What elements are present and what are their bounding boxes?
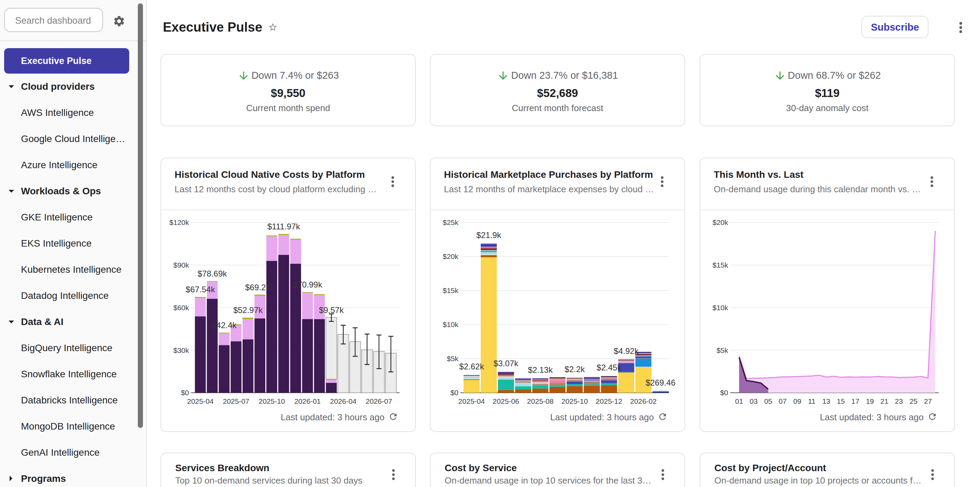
svg-text:11: 11 (808, 397, 815, 405)
svg-text:$5k: $5k (447, 354, 458, 362)
svg-text:$70.99k: $70.99k (293, 280, 322, 289)
svg-text:19: 19 (866, 397, 874, 405)
svg-text:17: 17 (851, 397, 859, 405)
svg-text:On-demand usage during this ca: On-demand usage during this calendar mon… (714, 184, 921, 194)
svg-text:$20k: $20k (442, 252, 458, 260)
svg-text:$10k: $10k (712, 304, 728, 311)
svg-text:Last updated: 3 hours ago: Last updated: 3 hours ago (281, 412, 385, 422)
svg-text:09: 09 (794, 397, 801, 405)
svg-text:$30k: $30k (173, 346, 189, 354)
svg-text:$269.46: $269.46 (646, 378, 676, 387)
svg-text:13: 13 (822, 397, 830, 405)
svg-text:$10k: $10k (442, 321, 458, 329)
svg-text:Historical Cloud Native Costs: Historical Cloud Native Costs by Platfor… (175, 169, 365, 180)
svg-text:$67.54k: $67.54k (186, 285, 215, 294)
svg-text:Last updated: 3 hours ago: Last updated: 3 hours ago (820, 412, 924, 422)
svg-text:$120k: $120k (169, 219, 189, 226)
svg-text:2025-12: 2025-12 (596, 397, 622, 405)
svg-text:2025-07: 2025-07 (223, 397, 249, 405)
svg-text:$2.62k: $2.62k (459, 362, 484, 371)
svg-text:Last updated: 3 hours ago: Last updated: 3 hours ago (550, 412, 654, 422)
svg-text:$5k: $5k (716, 346, 728, 354)
svg-text:$111.97k: $111.97k (267, 222, 300, 231)
svg-text:$25k: $25k (442, 219, 458, 226)
svg-text:$20k: $20k (712, 219, 728, 226)
svg-text:$3.07k: $3.07k (493, 359, 519, 368)
svg-text:2025-04: 2025-04 (458, 397, 485, 405)
svg-text:$60k: $60k (173, 304, 189, 311)
svg-text:$42.4k: $42.4k (212, 321, 237, 330)
svg-text:$15k: $15k (442, 286, 458, 294)
svg-text:$90k: $90k (173, 261, 189, 269)
svg-text:23: 23 (895, 397, 903, 405)
svg-text:21: 21 (880, 397, 888, 405)
svg-text:Last 12 months cost by cloud p: Last 12 months cost by cloud platform ex… (175, 184, 377, 194)
svg-text:$2.13k: $2.13k (528, 365, 553, 375)
svg-text:$52.97k: $52.97k (233, 305, 263, 315)
svg-text:$4.92k: $4.92k (614, 346, 639, 356)
svg-text:2026-02: 2026-02 (630, 397, 657, 405)
svg-text:2026-04: 2026-04 (330, 397, 356, 405)
svg-text:$0: $0 (720, 389, 728, 396)
svg-text:$2.2k: $2.2k (565, 364, 585, 374)
svg-text:$0: $0 (181, 389, 189, 396)
svg-text:15: 15 (837, 397, 845, 405)
svg-text:2025-06: 2025-06 (493, 397, 519, 405)
svg-text:$9.57k: $9.57k (319, 305, 344, 315)
svg-text:$21.9k: $21.9k (476, 230, 501, 240)
svg-text:25: 25 (910, 397, 918, 405)
svg-text:2025-10: 2025-10 (562, 397, 588, 405)
svg-text:05: 05 (764, 397, 772, 405)
svg-text:2025-10: 2025-10 (258, 397, 285, 405)
svg-text:Last 12 months of marketplace: Last 12 months of marketplace expenses b… (444, 184, 654, 194)
svg-text:01: 01 (735, 397, 743, 405)
svg-text:2026-01: 2026-01 (294, 397, 321, 405)
svg-text:$0: $0 (450, 389, 458, 396)
svg-text:03: 03 (750, 397, 758, 405)
svg-text:2025-08: 2025-08 (527, 397, 554, 405)
svg-text:$69.21k: $69.21k (245, 283, 275, 292)
svg-text:$15k: $15k (712, 261, 728, 269)
svg-text:07: 07 (779, 397, 786, 405)
svg-text:This Month vs. Last: This Month vs. Last (714, 169, 803, 180)
svg-text:$78.69k: $78.69k (197, 269, 227, 278)
svg-text:2025-04: 2025-04 (187, 397, 213, 405)
svg-text:$2.45k: $2.45k (597, 363, 622, 372)
svg-text:Historical Marketplace Purchas: Historical Marketplace Purchases by Plat… (444, 169, 653, 180)
svg-text:27: 27 (924, 397, 932, 405)
svg-text:2026-07: 2026-07 (366, 397, 392, 405)
